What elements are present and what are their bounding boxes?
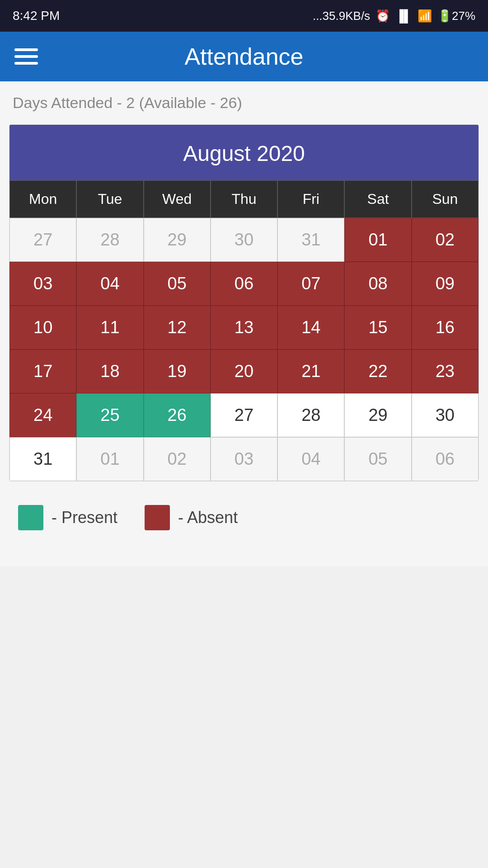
top-bar: Attendance xyxy=(0,32,488,81)
day-cell[interactable]: 06 xyxy=(211,262,277,306)
legend: - Present - Absent xyxy=(9,487,479,548)
status-icons: ...35.9KB/s ⏰ ▐▌ 📶 🔋27% xyxy=(313,9,475,23)
menu-line-2 xyxy=(14,55,38,58)
day-cell[interactable]: 02 xyxy=(412,218,479,262)
day-cell[interactable]: 26 xyxy=(144,393,211,437)
wifi-icon: 📶 xyxy=(418,9,432,23)
day-cell[interactable]: 30 xyxy=(211,218,277,262)
network-speed: ...35.9KB/s xyxy=(313,9,370,23)
attendance-summary: Days Attended - 2 (Available - 26) xyxy=(9,94,479,112)
day-cell[interactable]: 31 xyxy=(9,437,76,481)
day-cell[interactable]: 12 xyxy=(144,306,211,349)
day-cell[interactable]: 27 xyxy=(9,218,76,262)
day-cell[interactable]: 23 xyxy=(412,349,479,393)
day-header-thu: Thu xyxy=(211,180,277,218)
status-bar: 8:42 PM ...35.9KB/s ⏰ ▐▌ 📶 🔋27% xyxy=(0,0,488,32)
day-cell[interactable]: 19 xyxy=(144,349,211,393)
day-header-tue: Tue xyxy=(76,180,143,218)
day-cell[interactable]: 25 xyxy=(76,393,143,437)
day-cell[interactable]: 07 xyxy=(277,262,344,306)
day-cell[interactable]: 18 xyxy=(76,349,143,393)
day-cell[interactable]: 11 xyxy=(76,306,143,349)
day-header-mon: Mon xyxy=(9,180,76,218)
day-cell[interactable]: 20 xyxy=(211,349,277,393)
signal-icon: ▐▌ xyxy=(395,9,412,23)
present-label: - Present xyxy=(52,508,117,527)
day-cell[interactable]: 10 xyxy=(9,306,76,349)
day-cell[interactable]: 06 xyxy=(412,437,479,481)
day-cell[interactable]: 28 xyxy=(76,218,143,262)
day-cell[interactable]: 27 xyxy=(211,393,277,437)
calendar-month-year: August 2020 xyxy=(9,125,479,180)
day-cell[interactable]: 03 xyxy=(9,262,76,306)
status-time: 8:42 PM xyxy=(13,9,60,23)
day-cell[interactable]: 04 xyxy=(277,437,344,481)
menu-line-3 xyxy=(14,62,38,65)
day-cell[interactable]: 08 xyxy=(344,262,411,306)
day-header-sun: Sun xyxy=(412,180,479,218)
day-cell[interactable]: 24 xyxy=(9,393,76,437)
absent-color-box xyxy=(145,505,170,530)
day-cell[interactable]: 04 xyxy=(76,262,143,306)
day-cell[interactable]: 17 xyxy=(9,349,76,393)
day-cell[interactable]: 09 xyxy=(412,262,479,306)
day-cell[interactable]: 01 xyxy=(76,437,143,481)
day-cell[interactable]: 28 xyxy=(277,393,344,437)
day-cell[interactable]: 21 xyxy=(277,349,344,393)
day-header-wed: Wed xyxy=(144,180,211,218)
day-cell[interactable]: 02 xyxy=(144,437,211,481)
day-cell[interactable]: 05 xyxy=(344,437,411,481)
day-cell[interactable]: 14 xyxy=(277,306,344,349)
battery-icon: 🔋27% xyxy=(437,9,475,23)
clock-icon: ⏰ xyxy=(375,9,390,23)
day-cell[interactable]: 22 xyxy=(344,349,411,393)
day-cell[interactable]: 31 xyxy=(277,218,344,262)
legend-absent: - Absent xyxy=(145,505,238,530)
page-title: Attendance xyxy=(60,43,428,70)
content-area: Days Attended - 2 (Available - 26) Augus… xyxy=(0,81,488,566)
calendar-grid: MonTueWedThuFriSatSun2728293031010203040… xyxy=(9,180,479,481)
day-header-sat: Sat xyxy=(344,180,411,218)
attendance-calendar: August 2020 MonTueWedThuFriSatSun2728293… xyxy=(9,124,479,481)
day-cell[interactable]: 15 xyxy=(344,306,411,349)
day-header-fri: Fri xyxy=(277,180,344,218)
day-cell[interactable]: 05 xyxy=(144,262,211,306)
legend-present: - Present xyxy=(18,505,117,530)
day-cell[interactable]: 29 xyxy=(144,218,211,262)
day-cell[interactable]: 03 xyxy=(211,437,277,481)
present-color-box xyxy=(18,505,43,530)
day-cell[interactable]: 29 xyxy=(344,393,411,437)
day-cell[interactable]: 13 xyxy=(211,306,277,349)
absent-label: - Absent xyxy=(178,508,238,527)
menu-line-1 xyxy=(14,48,38,51)
menu-button[interactable] xyxy=(14,48,38,65)
day-cell[interactable]: 01 xyxy=(344,218,411,262)
day-cell[interactable]: 30 xyxy=(412,393,479,437)
day-cell[interactable]: 16 xyxy=(412,306,479,349)
